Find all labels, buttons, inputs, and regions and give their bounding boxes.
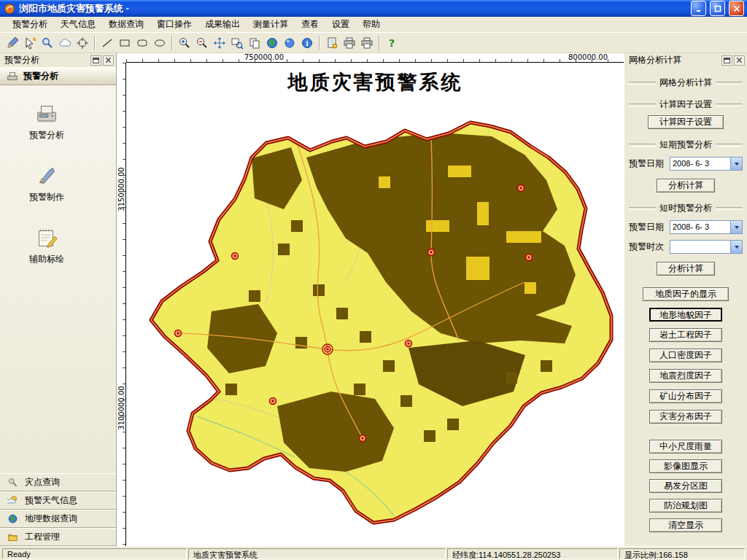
tool-zoom-window[interactable] <box>228 34 246 52</box>
tool-ellipse[interactable] <box>151 34 169 52</box>
left-panel-close-button[interactable] <box>103 55 114 66</box>
right-panel-close-button[interactable] <box>734 55 745 66</box>
right-panel-pin-button[interactable] <box>721 55 732 66</box>
tool-export-doc[interactable] <box>323 34 341 52</box>
short-time-calc-button[interactable]: 分析计算 <box>657 262 715 276</box>
menu-settings[interactable]: 设置 <box>325 16 356 33</box>
toolbar-separator <box>171 36 173 50</box>
tool-cloud[interactable] <box>56 34 74 52</box>
tool-item-warning-making[interactable]: 预警制作 <box>19 163 74 203</box>
tool-edit[interactable] <box>4 34 21 52</box>
tool-center[interactable] <box>74 34 91 52</box>
chevron-down-icon[interactable] <box>730 241 742 253</box>
status-scale: 显示比例:166.158 <box>619 548 745 559</box>
imagery-display-button[interactable]: 影像图显示 <box>649 459 722 473</box>
factor-population-button[interactable]: 人口密度因子 <box>649 349 722 362</box>
tool-help[interactable] <box>383 34 400 52</box>
menu-output[interactable]: 成果输出 <box>198 16 247 33</box>
close-icon <box>105 57 112 63</box>
close-button[interactable] <box>729 1 744 16</box>
tool-line[interactable] <box>98 34 116 52</box>
minimize-button[interactable] <box>691 1 706 16</box>
rainfall-scale-button[interactable]: 中小尺度雨量 <box>649 440 722 454</box>
header-tool-icon <box>7 71 18 82</box>
warning-analysis-icon <box>34 101 59 126</box>
susceptibility-map-button[interactable]: 易发分区图 <box>649 479 722 493</box>
tool-zoom-in[interactable] <box>176 34 193 52</box>
group-disaster-point-query[interactable]: 灾点查询 <box>0 473 116 491</box>
section-label: 短期预警分析 <box>659 139 712 151</box>
tool-print-preview[interactable] <box>341 34 358 52</box>
factor-geotech-button[interactable]: 岩土工程因子 <box>649 328 722 342</box>
left-panel-pin-button[interactable] <box>90 55 101 66</box>
help-icon <box>385 36 398 50</box>
chevron-down-icon[interactable] <box>730 158 742 170</box>
close-icon <box>736 57 743 63</box>
section-short-term: 短期预警分析 <box>629 139 743 151</box>
left-panel-header[interactable]: 预警分析 <box>0 67 116 85</box>
menu-weather-info[interactable]: 天气信息 <box>54 16 102 33</box>
warning-making-icon <box>34 163 59 188</box>
menu-view[interactable]: 查看 <box>295 16 325 33</box>
tool-sphere[interactable] <box>281 34 298 52</box>
short-term-calc-button[interactable]: 分析计算 <box>657 179 715 192</box>
factor-seismic-button[interactable]: 地震烈度因子 <box>649 369 722 383</box>
tool-rectangle[interactable] <box>116 34 133 52</box>
clear-display-button[interactable]: 清空显示 <box>649 518 722 532</box>
menu-window-ops[interactable]: 窗口操作 <box>150 16 198 33</box>
print-preview-icon <box>343 36 356 50</box>
map-canvas[interactable]: 地质灾害预警系统 <box>127 63 624 546</box>
group-label: 地理数据查询 <box>25 513 77 525</box>
group-label: 灾点查询 <box>25 476 60 489</box>
tool-zoom[interactable] <box>39 34 56 52</box>
short-time-date-combo[interactable]: 2008- 6- 3 <box>670 220 743 234</box>
short-time-times-value <box>670 241 730 253</box>
map-svg[interactable] <box>127 63 624 546</box>
zoom-out-icon <box>196 36 209 50</box>
toolbar-separator <box>379 36 380 50</box>
geo-factor-display-group[interactable]: 地质因子的显示 <box>643 287 729 301</box>
left-panel-title: 预警分析 <box>4 54 89 66</box>
titlebar: 浏阳市地质灾害预警系统 - <box>0 0 747 17</box>
menu-data-query[interactable]: 数据查询 <box>102 16 150 33</box>
prevention-plan-button[interactable]: 防治规划图 <box>649 499 722 513</box>
tool-rounded-rectangle[interactable] <box>133 34 151 52</box>
group-project-management[interactable]: 工程管理 <box>0 528 116 546</box>
menu-help[interactable]: 帮助 <box>356 16 387 33</box>
tool-pointer[interactable] <box>21 34 39 52</box>
window-title: 浏阳市地质灾害预警系统 - <box>19 2 687 15</box>
chevron-down-icon[interactable] <box>730 221 742 233</box>
short-term-date-value: 2008- 6- 3 <box>670 158 730 170</box>
tool-copy-view[interactable] <box>246 34 263 52</box>
app-window: 浏阳市地质灾害预警系统 - 预警分析 天气信息 数据查询 窗口操作 成果输出 测… <box>0 0 747 560</box>
tool-pan[interactable] <box>211 34 228 52</box>
left-panel: 预警分析 预警分析 预警分析 <box>0 53 117 546</box>
menu-measure[interactable]: 测量计算 <box>247 16 295 33</box>
factor-mine-button[interactable]: 矿山分布因子 <box>649 389 722 403</box>
tool-item-label: 辅助标绘 <box>29 253 64 265</box>
factor-disaster-button[interactable]: 灾害分布因子 <box>649 410 722 424</box>
tool-info[interactable] <box>298 34 316 52</box>
tool-item-warning-analysis[interactable]: 预警分析 <box>19 101 74 141</box>
factor-terrain-button[interactable]: 地形地貌因子 <box>649 308 722 322</box>
menu-warning-analysis[interactable]: 预警分析 <box>6 16 54 33</box>
right-panel-content: 网格分析计算 计算因子设置 计算因子设置 短期预警分析 预警日期 2008- 6… <box>624 67 747 546</box>
short-time-date-value: 2008- 6- 3 <box>670 221 730 233</box>
group-geo-data-query[interactable]: 地理数据查询 <box>0 510 116 528</box>
edit-icon <box>6 36 19 50</box>
app-icon <box>4 3 15 15</box>
project-management-icon <box>7 532 18 542</box>
print-icon <box>360 36 374 50</box>
rectangle-tool-icon <box>118 36 131 50</box>
group-warning-weather-info[interactable]: 预警天气信息 <box>0 491 116 510</box>
tool-item-label: 预警制作 <box>29 191 64 203</box>
tool-globe[interactable] <box>263 34 281 52</box>
maximize-button[interactable] <box>710 1 725 16</box>
tool-zoom-out[interactable] <box>193 34 211 52</box>
short-term-date-combo[interactable]: 2008- 6- 3 <box>670 157 743 171</box>
tool-item-aux-plotting[interactable]: 辅助标绘 <box>19 225 74 265</box>
section-label: 网格分析计算 <box>659 77 712 89</box>
short-time-times-combo[interactable] <box>670 240 743 254</box>
factor-setting-button[interactable]: 计算因子设置 <box>648 115 724 129</box>
tool-print[interactable] <box>358 34 376 52</box>
